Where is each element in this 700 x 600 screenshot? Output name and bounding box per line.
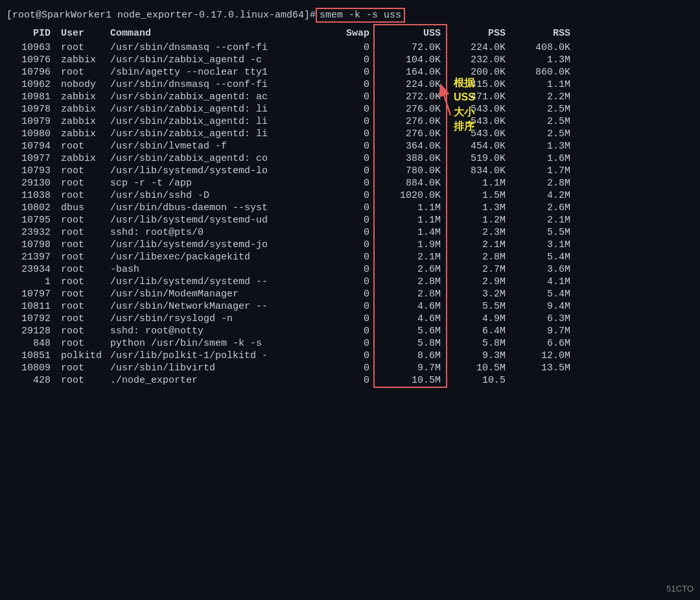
cell-rss: 5.4M bbox=[512, 252, 577, 263]
cell-pid: 10963 bbox=[6, 42, 58, 53]
table-row: 10980 zabbix /usr/sbin/zabbix_agentd: li… bbox=[0, 128, 700, 140]
cell-user: root bbox=[58, 227, 110, 238]
header-command: Command bbox=[110, 28, 318, 39]
cell-command: -bash bbox=[110, 264, 318, 275]
cell-swap: 0 bbox=[318, 252, 376, 263]
cell-uss: 4.6M bbox=[376, 313, 447, 324]
cell-swap: 0 bbox=[318, 326, 376, 337]
cell-uss: 2.8M bbox=[376, 276, 447, 287]
cell-command: sshd: root@notty bbox=[110, 326, 318, 337]
cell-rss: 5.5M bbox=[512, 227, 577, 238]
cell-rss: 13.5M bbox=[512, 363, 577, 374]
cell-swap: 0 bbox=[318, 239, 376, 250]
cell-rss: 1.3M bbox=[512, 54, 577, 66]
table-row: 10976 zabbix /usr/sbin/zabbix_agentd -c … bbox=[0, 54, 700, 66]
cell-rss: 9.7M bbox=[512, 326, 577, 337]
cell-user: root bbox=[58, 313, 110, 324]
cell-pid: 10981 bbox=[6, 91, 58, 102]
table-row: 23934 root -bash 0 2.6M 2.7M 3.6M bbox=[0, 263, 700, 276]
cell-rss: 408.0K bbox=[512, 42, 577, 53]
header-user: User bbox=[58, 28, 110, 39]
cell-swap: 0 bbox=[318, 116, 376, 127]
cell-rss: 5.4M bbox=[512, 289, 577, 300]
cell-uss: 276.0K bbox=[376, 104, 447, 115]
cell-command: /usr/lib/systemd/systemd-lo bbox=[110, 165, 318, 176]
cell-user: zabbix bbox=[58, 91, 110, 102]
cell-uss: 8.6M bbox=[376, 350, 447, 361]
cell-swap: 0 bbox=[318, 178, 376, 189]
header-pss: PSS bbox=[447, 28, 512, 39]
cell-uss: 2.6M bbox=[376, 264, 447, 275]
cell-swap: 0 bbox=[318, 141, 376, 152]
cell-uss: 4.6M bbox=[376, 301, 447, 312]
table-row: 10795 root /usr/lib/systemd/systemd-ud 0… bbox=[0, 214, 700, 226]
cell-pss: 5.8M bbox=[447, 338, 512, 349]
cell-uss: 2.8M bbox=[376, 289, 447, 300]
cell-pid: 10796 bbox=[6, 67, 58, 78]
table-row: 10809 root /usr/sbin/libvirtd 0 9.7M 10.… bbox=[0, 362, 700, 374]
cell-pid: 10793 bbox=[6, 165, 58, 176]
cell-command: /usr/sbin/zabbix_agentd: co bbox=[110, 153, 318, 164]
header-uss: USS bbox=[376, 28, 447, 39]
cell-pid: 10980 bbox=[6, 128, 58, 139]
cell-user: root bbox=[58, 363, 110, 374]
cell-user: root bbox=[58, 178, 110, 189]
terminal-command: smem -k -s uss bbox=[316, 8, 405, 23]
cell-command: ./node_exporter bbox=[110, 375, 318, 386]
cell-user: zabbix bbox=[58, 128, 110, 139]
cell-command: /usr/sbin/dnsmasq --conf-fi bbox=[110, 42, 318, 53]
cell-rss: 2.8M bbox=[512, 178, 577, 189]
cell-uss: 10.5M bbox=[376, 375, 447, 386]
cell-uss: 1.4M bbox=[376, 227, 447, 238]
cell-uss: 104.0K bbox=[376, 54, 447, 66]
cell-command: /usr/lib/systemd/systemd -- bbox=[110, 276, 318, 287]
table-row: 1 root /usr/lib/systemd/systemd -- 0 2.8… bbox=[0, 276, 700, 288]
cell-pss: 3.2M bbox=[447, 289, 512, 300]
cell-user: root bbox=[58, 375, 110, 386]
cell-pss: 10.5M bbox=[447, 363, 512, 374]
header-swap: Swap bbox=[318, 28, 376, 39]
cell-swap: 0 bbox=[318, 128, 376, 139]
table-row: 10978 zabbix /usr/sbin/zabbix_agentd: li… bbox=[0, 103, 700, 115]
cell-user: polkitd bbox=[58, 350, 110, 361]
cell-pss: 1.2M bbox=[447, 215, 512, 226]
cell-user: zabbix bbox=[58, 116, 110, 127]
cell-pss: 9.3M bbox=[447, 350, 512, 361]
cell-swap: 0 bbox=[318, 363, 376, 374]
cell-pid: 428 bbox=[6, 375, 58, 386]
cell-pss: 224.0K bbox=[447, 42, 512, 53]
terminal-content: [root@SparkWorker1 node_exporter-0.17.0.… bbox=[0, 0, 700, 392]
cell-pss: 4.9M bbox=[447, 313, 512, 324]
cell-user: root bbox=[58, 338, 110, 349]
table-row: 10851 polkitd /usr/lib/polkit-1/polkitd … bbox=[0, 350, 700, 362]
watermark: 51CTO bbox=[666, 584, 694, 594]
table-row: 10793 root /usr/lib/systemd/systemd-lo 0… bbox=[0, 165, 700, 177]
cell-command: scp -r -t /app bbox=[110, 178, 318, 189]
cell-rss: 2.5M bbox=[512, 116, 577, 127]
cell-pss: 1.5M bbox=[447, 190, 512, 201]
cell-pss: 10.5 bbox=[447, 375, 512, 386]
cell-pss: 2.9M bbox=[447, 276, 512, 287]
cell-pid: 10797 bbox=[6, 289, 58, 300]
cell-uss: 1.1M bbox=[376, 215, 447, 226]
cell-rss bbox=[512, 375, 577, 386]
table-row: 848 root python /usr/bin/smem -k -s 0 5.… bbox=[0, 337, 700, 350]
terminal-window: [root@SparkWorker1 node_exporter-0.17.0.… bbox=[0, 0, 700, 600]
cell-pss: 6.4M bbox=[447, 326, 512, 337]
cell-user: root bbox=[58, 276, 110, 287]
cell-swap: 0 bbox=[318, 54, 376, 66]
cell-rss: 2.2M bbox=[512, 91, 577, 102]
cell-rss: 860.0K bbox=[512, 67, 577, 78]
cell-user: zabbix bbox=[58, 153, 110, 164]
cell-command: /sbin/agetty --noclear tty1 bbox=[110, 67, 318, 78]
cell-pid: 10802 bbox=[6, 202, 58, 213]
terminal-header: [root@SparkWorker1 node_exporter-0.17.0.… bbox=[0, 5, 700, 25]
cell-uss: 5.6M bbox=[376, 326, 447, 337]
cell-user: root bbox=[58, 190, 110, 201]
table-row: 10802 dbus /usr/bin/dbus-daemon --syst 0… bbox=[0, 202, 700, 214]
terminal-prompt: [root@SparkWorker1 node_exporter-0.17.0.… bbox=[6, 10, 316, 21]
table-row: 10979 zabbix /usr/sbin/zabbix_agentd: li… bbox=[0, 115, 700, 128]
cell-command: python /usr/bin/smem -k -s bbox=[110, 338, 318, 349]
cell-rss: 6.6M bbox=[512, 338, 577, 349]
cell-swap: 0 bbox=[318, 104, 376, 115]
